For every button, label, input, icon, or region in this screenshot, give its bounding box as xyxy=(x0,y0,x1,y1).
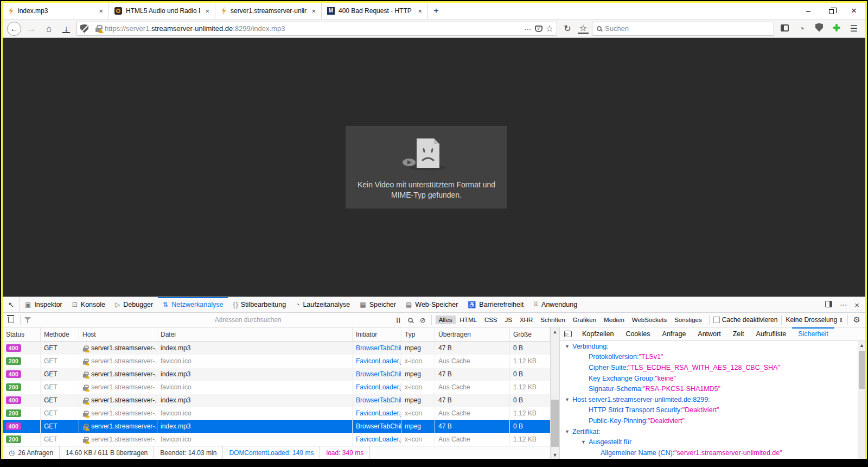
load-time[interactable]: load: 349 ms xyxy=(320,446,370,459)
security-tree-row[interactable]: ▼ Zertifikat: xyxy=(560,426,858,437)
security-tree-row[interactable]: Signatur-Schema: "RSA-PKCS1-SHA1MD5" xyxy=(560,383,858,394)
pick-element-button[interactable]: ↖ xyxy=(3,297,20,312)
search-box[interactable]: Suchen xyxy=(592,22,774,36)
initiator-link[interactable]: BrowserTabChil... xyxy=(353,394,401,407)
browser-tab[interactable]: HTML5 Audio und Radio Player × xyxy=(109,3,215,19)
scroll-up-arrow-icon[interactable]: ▲ xyxy=(858,341,865,349)
request-type-filter[interactable]: Sonstiges xyxy=(671,315,705,324)
tab-close-icon[interactable]: × xyxy=(98,7,104,15)
devtools-tab[interactable]: Anwendung xyxy=(528,297,582,312)
request-type-filter[interactable]: Schriften xyxy=(537,315,568,324)
browser-tab[interactable]: index.mp3 × xyxy=(3,3,109,19)
devtools-menu-button[interactable]: ⋯ xyxy=(837,301,850,309)
twisty-icon[interactable]: ▼ xyxy=(580,439,586,445)
tab-close-icon[interactable]: × xyxy=(204,7,210,15)
devtools-tab[interactable]: Debugger xyxy=(110,297,158,312)
collapse-details-button[interactable]: ▷ xyxy=(560,327,576,340)
request-type-filter[interactable]: HTML xyxy=(457,315,480,324)
home-button[interactable]: ⌂ xyxy=(42,24,56,34)
devtools-tab[interactable]: Netzwerkanalyse xyxy=(158,297,228,312)
devtools-tab[interactable]: Laufzeitanalyse xyxy=(291,297,355,312)
addon-green-button[interactable] xyxy=(829,24,844,34)
column-header[interactable]: Typ xyxy=(401,327,435,341)
request-list-scrollbar[interactable]: ▲ ▼ xyxy=(550,327,559,459)
bookmark-star-icon[interactable]: ☆ xyxy=(546,23,553,34)
block-requests-icon[interactable]: ⊘ xyxy=(418,316,427,324)
library-button[interactable]: ☆ xyxy=(578,24,589,34)
back-button[interactable]: ← xyxy=(7,22,21,36)
devtools-tab[interactable]: Inspektor xyxy=(20,297,67,312)
details-tab[interactable]: Kopfzeilen xyxy=(576,327,620,340)
disable-cache-checkbox[interactable]: Cache deaktivieren xyxy=(713,316,778,324)
pause-traffic-icon[interactable]: || xyxy=(395,317,403,323)
request-type-filter[interactable]: JS xyxy=(502,315,515,324)
request-row[interactable]: 400 GET server1.streamserver-... index.m… xyxy=(3,420,550,433)
minimize-button[interactable]: – xyxy=(797,3,820,19)
scrollbar-thumb[interactable] xyxy=(859,351,865,389)
details-tab[interactable]: Zeit xyxy=(727,327,750,340)
url-text[interactable]: https://server1.streamserver-unlimited.d… xyxy=(105,24,521,33)
details-scrollbar[interactable]: ▲ xyxy=(858,341,865,459)
twisty-icon[interactable]: ▼ xyxy=(564,397,570,402)
column-header[interactable]: Größe xyxy=(510,327,550,341)
request-type-filter[interactable]: WebSockets xyxy=(629,315,670,324)
request-row[interactable]: 400 GET server1.streamserver-... index.m… xyxy=(3,394,550,407)
request-row[interactable]: 200 GET server1.streamserver-... favicon… xyxy=(3,433,550,446)
request-row[interactable]: 400 GET server1.streamserver-... index.m… xyxy=(3,342,550,355)
menu-button[interactable]: ☰ xyxy=(847,23,861,34)
tab-close-icon[interactable]: × xyxy=(310,7,317,15)
domcontentloaded-time[interactable]: DOMContentLoaded: 149 ms xyxy=(223,446,320,459)
scrollbar-thumb[interactable] xyxy=(551,400,559,447)
request-row[interactable]: 200 GET server1.streamserver-... favicon… xyxy=(3,407,550,420)
devtools-tab[interactable]: Web-Speicher xyxy=(401,297,463,312)
forward-button[interactable]: → xyxy=(24,24,39,34)
pocket-icon[interactable]: ∨ xyxy=(535,26,542,32)
lock-warning-icon[interactable] xyxy=(95,28,101,32)
initiator-link[interactable]: BrowserTabChil... xyxy=(353,368,401,381)
column-header[interactable]: Datei xyxy=(157,327,353,341)
tab-close-icon[interactable]: × xyxy=(417,7,423,15)
column-header[interactable]: Host xyxy=(79,327,157,341)
request-row[interactable]: 400 GET server1.streamserver-... index.m… xyxy=(3,368,550,381)
browser-tab[interactable]: 400 Bad Request - HTTP | MDN × xyxy=(322,3,428,19)
security-tree-row[interactable]: ▼ Ausgestellt für xyxy=(560,437,858,447)
details-tab[interactable]: Cookies xyxy=(620,327,656,340)
details-tab[interactable]: Aufrufliste xyxy=(750,327,793,340)
column-header[interactable]: Methode xyxy=(41,327,79,341)
twisty-icon[interactable]: ▼ xyxy=(564,429,570,434)
devtools-tab[interactable]: Stilbearbeitung xyxy=(228,297,291,312)
security-tree-row[interactable]: Key Exchange Group: "keine" xyxy=(560,373,858,384)
new-tab-button[interactable]: + xyxy=(428,3,444,19)
filter-urls-input[interactable]: Adressen durchsuchen xyxy=(215,316,391,324)
column-header[interactable]: Initiator xyxy=(353,327,401,341)
addon-circle-button[interactable]: ◔ xyxy=(795,24,809,33)
request-type-filter[interactable]: Alles xyxy=(436,315,456,324)
initiator-link[interactable]: BrowserTabChil... xyxy=(353,342,401,355)
scroll-up-arrow-icon[interactable]: ▲ xyxy=(551,327,559,336)
url-bar[interactable]: https://server1.streamserver-unlimited.d… xyxy=(76,22,557,36)
tracking-protection-icon[interactable] xyxy=(80,24,88,33)
sidebars-button[interactable] xyxy=(777,24,792,34)
initiator-link[interactable]: BrowserTabChil... xyxy=(353,420,401,433)
devtools-close-button[interactable]: × xyxy=(852,300,862,310)
network-settings-gear-icon[interactable]: ⚙ xyxy=(852,315,862,325)
request-type-filter[interactable]: Medien xyxy=(601,315,628,324)
devtools-tab[interactable]: Barrierefreiheit xyxy=(463,297,528,312)
page-actions-icon[interactable]: ⋯ xyxy=(524,24,532,33)
request-type-filter[interactable]: Grafiken xyxy=(570,315,599,324)
devtools-tab[interactable]: Konsole xyxy=(67,297,110,312)
downloads-button[interactable]: ↓ xyxy=(59,24,73,34)
twisty-icon[interactable]: ▼ xyxy=(564,344,570,349)
security-tree-row[interactable]: ▼ Host server1.streamserver-unlimited.de… xyxy=(560,394,858,405)
close-button[interactable]: × xyxy=(843,3,865,19)
details-tab[interactable]: Sicherheit xyxy=(792,327,834,340)
security-tree-row[interactable]: Cipher-Suite: "TLS_ECDHE_RSA_WITH_AES_12… xyxy=(560,362,858,373)
scroll-down-arrow-icon[interactable]: ▼ xyxy=(551,451,559,459)
restore-button[interactable] xyxy=(820,3,843,19)
initiator-link[interactable]: FaviconLoader.j... xyxy=(353,433,401,446)
security-tree-row[interactable]: Public-Key-Pinning: "Deaktiviert" xyxy=(560,415,858,426)
reload-button[interactable]: ↻ xyxy=(560,23,575,34)
split-console-button[interactable] xyxy=(822,301,835,309)
addon-shield-button[interactable] xyxy=(812,23,826,34)
initiator-link[interactable]: FaviconLoader.j... xyxy=(353,355,401,368)
